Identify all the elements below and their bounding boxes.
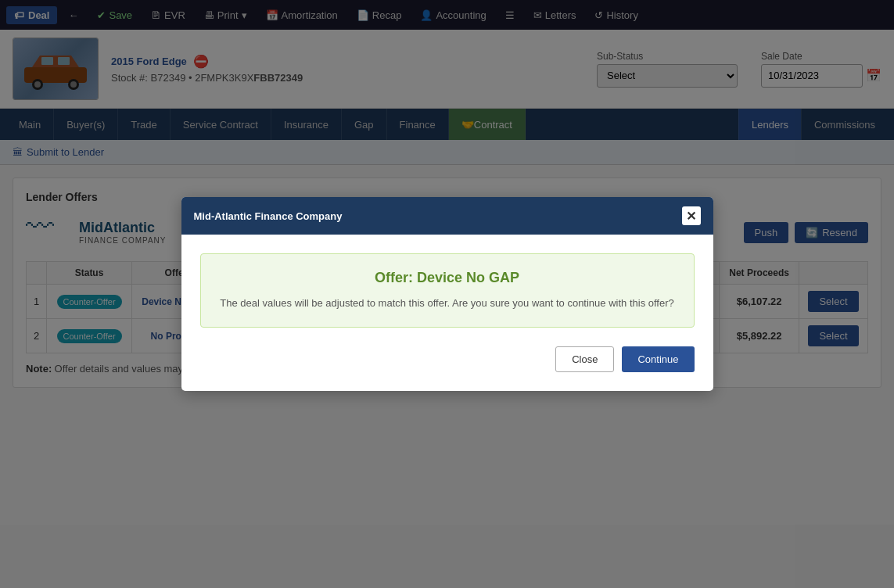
- modal-close-x-button[interactable]: ✕: [682, 206, 701, 225]
- modal-header: Mid-Atlantic Finance Company ✕: [181, 197, 713, 235]
- modal-body: Offer: Device No GAP The deal values wil…: [181, 235, 713, 391]
- modal-continue-button[interactable]: Continue: [622, 346, 694, 372]
- modal-overlay: Mid-Atlantic Finance Company ✕ Offer: De…: [0, 0, 894, 525]
- modal-offer-box: Offer: Device No GAP The deal values wil…: [200, 253, 695, 328]
- modal-dialog: Mid-Atlantic Finance Company ✕ Offer: De…: [181, 197, 713, 391]
- modal-offer-message: The deal values will be adjusted to matc…: [217, 296, 678, 311]
- modal-offer-title: Offer: Device No GAP: [217, 270, 678, 286]
- modal-close-button[interactable]: Close: [555, 346, 614, 372]
- modal-title: Mid-Atlantic Finance Company: [194, 210, 343, 222]
- modal-footer: Close Continue: [200, 340, 695, 372]
